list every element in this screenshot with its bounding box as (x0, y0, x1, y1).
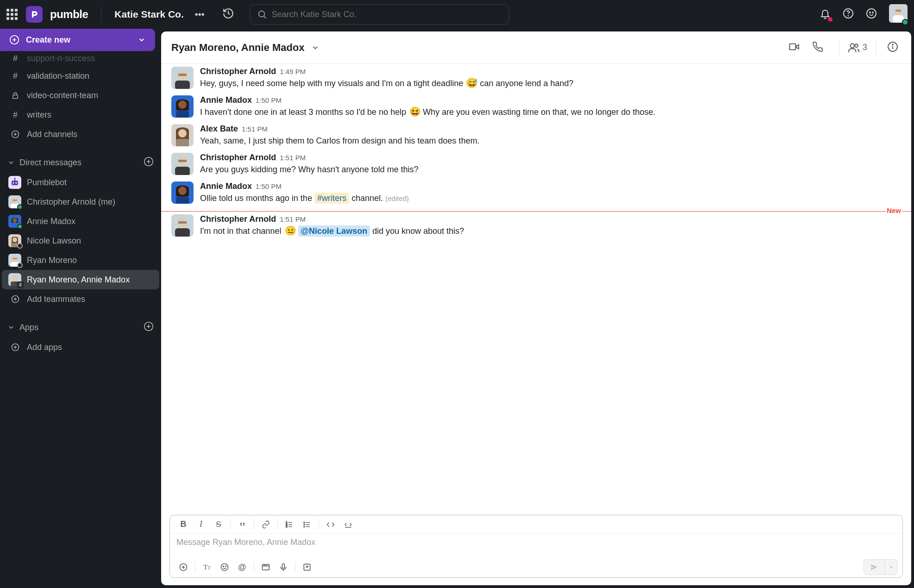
video-clip-button[interactable] (257, 558, 275, 576)
divider (101, 6, 101, 22)
dm-label: Annie Madox (27, 217, 75, 226)
audio-call-button[interactable] (809, 38, 826, 57)
message-row: Christopher Arnold1:49 PMHey, guys, I ne… (161, 64, 911, 93)
dm-avatar (8, 195, 21, 208)
audio-clip-button[interactable] (275, 558, 292, 576)
presence-away-icon (17, 263, 23, 268)
add-teammates-row[interactable]: Add teammates (1, 289, 160, 309)
channel-mention[interactable]: #writers (314, 193, 349, 204)
dm-row[interactable]: Annie Madox (2, 212, 159, 231)
chat-title-button[interactable]: Ryan Moreno, Annie Madox (171, 42, 319, 54)
svg-point-65 (178, 100, 187, 109)
video-icon (788, 41, 800, 53)
presence-away-icon (17, 243, 23, 249)
workspace-more-icon[interactable]: ••• (195, 9, 205, 20)
user-avatar-button[interactable] (889, 4, 908, 25)
svg-point-56 (855, 44, 858, 47)
emoji-button[interactable] (866, 8, 877, 21)
search-input[interactable] (272, 10, 502, 19)
dm-row[interactable]: 2Ryan Moreno, Annie Madox (2, 270, 159, 289)
apps-header[interactable]: Apps (0, 317, 161, 338)
message-author[interactable]: Christopher Arnold (200, 214, 276, 224)
dm-row[interactable]: Nicole Lawson (2, 231, 159, 250)
format-toolbar: B I S 123 (170, 515, 902, 534)
ordered-list-button[interactable]: 123 (281, 516, 298, 533)
dm-row[interactable]: Christopher Arnold (me) (2, 192, 159, 212)
messages-pane[interactable]: Christopher Arnold1:49 PMHey, guys, I ne… (161, 64, 911, 511)
svg-rect-30 (13, 200, 17, 201)
smile-icon (866, 8, 877, 19)
message-author[interactable]: Annie Madox (200, 95, 252, 105)
attach-button[interactable] (175, 558, 192, 576)
members-button[interactable]: 3 (848, 42, 867, 54)
workspace-name[interactable]: Katie Stark Co. (114, 9, 183, 20)
composer: B I S 123 (169, 515, 903, 578)
channel-row[interactable]: #validation-station (1, 66, 160, 86)
add-apps-row[interactable]: Add apps (1, 338, 160, 357)
strikethrough-button[interactable]: S (210, 516, 227, 533)
message-author[interactable]: Christopher Arnold (200, 67, 276, 76)
italic-button[interactable]: I (192, 516, 210, 533)
svg-rect-73 (178, 160, 187, 162)
create-new-button[interactable]: Create new (0, 29, 155, 51)
emoji-sweat-icon (466, 78, 476, 88)
svg-point-92 (304, 526, 305, 527)
svg-marker-54 (796, 44, 798, 49)
message-row: Alex Bate1:51 PMYeah, same, I just ship … (161, 121, 911, 150)
notifications-button[interactable] (820, 8, 831, 21)
shortcut-button[interactable] (298, 558, 316, 576)
svg-point-4 (867, 9, 876, 18)
send-button[interactable] (864, 560, 884, 575)
dm-avatar (8, 215, 21, 228)
message-author[interactable]: Christopher Arnold (200, 153, 276, 163)
format-toggle-button[interactable]: TT (198, 558, 216, 576)
emoji-picker-button[interactable] (216, 558, 233, 576)
plus-circle-icon (9, 343, 21, 352)
dm-row[interactable]: Pumblebot (2, 173, 159, 192)
help-button[interactable] (843, 8, 854, 21)
bullet-list-button[interactable] (298, 516, 316, 533)
message-time: 1:49 PM (280, 68, 306, 75)
notification-badge (828, 17, 833, 22)
video-call-button[interactable] (785, 38, 803, 57)
message-text: Ollie told us months ago in the #writers… (200, 192, 901, 205)
apps-grid-icon[interactable] (6, 9, 18, 20)
quote-button[interactable] (233, 516, 251, 533)
new-label: New (886, 206, 902, 214)
bold-button[interactable]: B (175, 516, 192, 533)
brand-logo-icon[interactable] (26, 6, 43, 23)
direct-messages-header[interactable]: Direct messages (0, 152, 161, 173)
mention-button[interactable]: @ (233, 558, 251, 576)
add-dm-button[interactable] (144, 156, 154, 169)
sidebar: Create new # support-n-success #validati… (0, 29, 161, 588)
channel-row-cut[interactable]: # support-n-success (1, 51, 160, 66)
message-author[interactable]: Annie Madox (200, 181, 252, 191)
code-button[interactable] (322, 516, 339, 533)
svg-rect-40 (13, 258, 17, 259)
history-icon[interactable] (222, 7, 234, 21)
user-mention[interactable]: @Nicole Lawson (298, 225, 370, 237)
svg-point-97 (221, 564, 228, 571)
emoji-neutral-icon (285, 225, 295, 236)
message-author[interactable]: Alex Bate (200, 124, 238, 134)
svg-line-1 (264, 16, 266, 18)
add-channels-row[interactable]: Add channels (1, 125, 160, 144)
dm-row[interactable]: Ryan Moreno (2, 250, 159, 270)
link-button[interactable] (257, 516, 275, 533)
header-divider (876, 38, 876, 57)
svg-rect-62 (175, 81, 190, 89)
plus-circle-icon (9, 294, 21, 304)
channel-row[interactable]: video-content-team (1, 86, 160, 105)
send-options-button[interactable] (884, 560, 897, 575)
message-input[interactable] (176, 538, 896, 551)
chevron-down-icon (7, 324, 15, 331)
codeblock-button[interactable] (339, 516, 357, 533)
svg-rect-63 (178, 74, 187, 76)
add-app-button[interactable] (144, 321, 154, 334)
members-icon (848, 42, 860, 54)
svg-point-0 (258, 11, 264, 17)
brand-name: pumble (50, 8, 88, 21)
search-box[interactable] (250, 4, 509, 25)
channel-row[interactable]: #writers (1, 105, 160, 125)
info-button[interactable] (884, 38, 901, 57)
